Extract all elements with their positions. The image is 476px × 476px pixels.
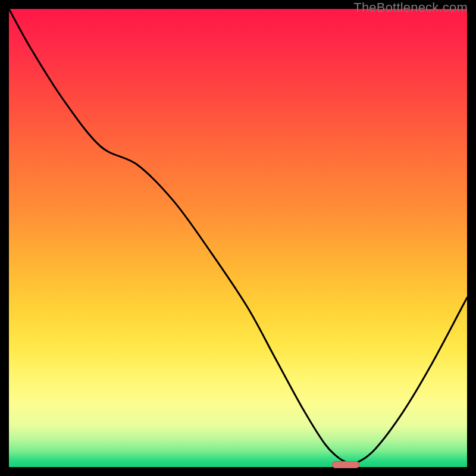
chart-background <box>9 9 467 467</box>
chart-frame: TheBottleneck.com <box>0 0 476 476</box>
